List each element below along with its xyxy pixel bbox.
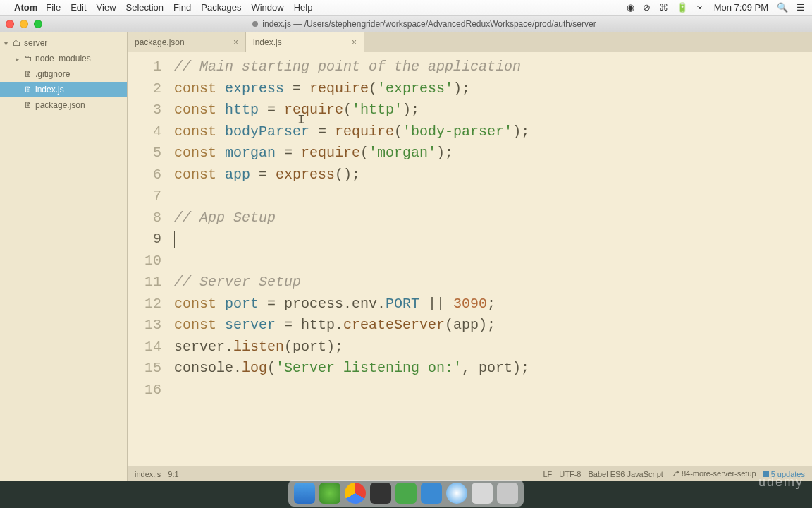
- window-title-text: index.js — /Users/stephengrider/workspac…: [262, 19, 596, 29]
- macos-menubar: Atom File Edit View Selection Find Packa…: [0, 0, 812, 16]
- menu-icon[interactable]: ☰: [796, 2, 805, 13]
- menu-selection[interactable]: Selection: [126, 2, 164, 13]
- battery-icon[interactable]: 🔋: [677, 2, 688, 13]
- tab-package-json[interactable]: package.json ×: [128, 32, 246, 52]
- menu-file[interactable]: File: [46, 2, 61, 13]
- maximize-window-button[interactable]: [34, 20, 42, 28]
- status-encoding[interactable]: UTF-8: [559, 470, 581, 478]
- tree-root-label: server: [24, 38, 47, 48]
- close-tab-icon[interactable]: ×: [352, 37, 357, 47]
- dock-downloads-icon[interactable]: [472, 483, 493, 504]
- tree-item-label: .gitignore: [35, 69, 70, 79]
- file-icon: 🗎: [24, 100, 32, 110]
- tree-item-label: package.json: [35, 100, 85, 110]
- status-file[interactable]: index.js: [135, 470, 161, 478]
- tree-item-label: node_modules: [35, 54, 91, 64]
- tab-label: package.json: [135, 37, 185, 47]
- dock-chrome-icon[interactable]: [345, 483, 366, 504]
- app-name[interactable]: Atom: [14, 2, 37, 13]
- tab-bar: package.json × index.js ×: [128, 32, 812, 52]
- wifi-icon[interactable]: ᯤ: [696, 2, 706, 13]
- updates-link[interactable]: 5 updates: [763, 470, 805, 478]
- status-icon[interactable]: ⊘: [643, 2, 651, 13]
- dock-atom-icon[interactable]: [319, 483, 340, 504]
- tab-label: index.js: [253, 37, 282, 47]
- dock-trash-icon[interactable]: [497, 483, 518, 504]
- dock-terminal-icon[interactable]: [370, 483, 391, 504]
- atom-window: index.js — /Users/stephengrider/workspac…: [0, 16, 812, 481]
- folder-icon: 🗀: [24, 54, 32, 64]
- tree-file-gitignore[interactable]: 🗎 .gitignore: [0, 66, 127, 82]
- tab-index-js[interactable]: index.js ×: [246, 32, 364, 52]
- window-titlebar[interactable]: index.js — /Users/stephengrider/workspac…: [0, 16, 812, 32]
- menu-view[interactable]: View: [97, 2, 116, 13]
- editor-pane: package.json × index.js × 12345678910111…: [128, 32, 812, 481]
- updates-text: 5 updates: [771, 470, 805, 478]
- tree-root[interactable]: ▾ 🗀 server: [0, 35, 127, 51]
- file-icon: 🗎: [24, 85, 32, 95]
- close-window-button[interactable]: [6, 20, 14, 28]
- tree-item-label: index.js: [35, 85, 64, 95]
- status-cursor-pos[interactable]: 9:1: [168, 470, 178, 478]
- status-eol[interactable]: LF: [543, 470, 552, 478]
- text-editor[interactable]: 12345678910111213141516 // Main starting…: [128, 52, 812, 466]
- chevron-down-icon[interactable]: ▾: [4, 40, 13, 47]
- menubar-clock[interactable]: Mon 7:09 PM: [714, 2, 768, 13]
- menu-edit[interactable]: Edit: [70, 2, 86, 13]
- line-number-gutter[interactable]: 12345678910111213141516: [128, 52, 168, 466]
- dock-finder-icon[interactable]: [294, 483, 315, 504]
- text-cursor-secondary-icon: I: [297, 109, 305, 131]
- close-tab-icon[interactable]: ×: [233, 37, 238, 47]
- tree-file-package-json[interactable]: 🗎 package.json: [0, 97, 127, 113]
- menu-find[interactable]: Find: [173, 2, 191, 13]
- minimize-window-button[interactable]: [20, 20, 28, 28]
- macos-dock-area: [0, 481, 812, 508]
- tree-folder-node-modules[interactable]: ▸ 🗀 node_modules: [0, 51, 127, 66]
- dock-app-icon[interactable]: [421, 483, 442, 504]
- branch-icon: ⎇: [670, 469, 679, 478]
- window-title: index.js — /Users/stephengrider/workspac…: [42, 19, 806, 29]
- traffic-lights: [6, 20, 42, 28]
- tree-file-index-js[interactable]: 🗎 index.js: [0, 82, 127, 97]
- status-icon[interactable]: ⌘: [659, 2, 668, 13]
- menu-packages[interactable]: Packages: [201, 2, 241, 13]
- status-bar: index.js 9:1 LF UTF-8 Babel ES6 JavaScri…: [128, 466, 812, 481]
- updates-icon: [763, 471, 769, 477]
- git-branch[interactable]: ⎇ 84-more-server-setup: [670, 469, 756, 478]
- file-icon: 🗎: [24, 69, 32, 79]
- status-grammar[interactable]: Babel ES6 JavaScript: [588, 470, 663, 478]
- macos-dock: [288, 480, 524, 507]
- spotlight-icon[interactable]: 🔍: [777, 2, 788, 13]
- file-tree[interactable]: ▾ 🗀 server ▸ 🗀 node_modules 🗎 .gitignore…: [0, 32, 128, 481]
- dock-app-icon[interactable]: [395, 483, 417, 504]
- menu-help[interactable]: Help: [294, 2, 313, 13]
- folder-icon: 🗀: [13, 38, 21, 48]
- branch-name: 84-more-server-setup: [682, 469, 756, 478]
- modified-indicator-icon: [252, 21, 258, 27]
- chevron-right-icon[interactable]: ▸: [16, 55, 24, 63]
- text-cursor-icon: [174, 231, 175, 248]
- dock-safari-icon[interactable]: [446, 483, 467, 504]
- code-area[interactable]: // Main starting point of the applicatio…: [168, 52, 812, 466]
- menu-window[interactable]: Window: [251, 2, 283, 13]
- status-icon[interactable]: ◉: [627, 2, 634, 13]
